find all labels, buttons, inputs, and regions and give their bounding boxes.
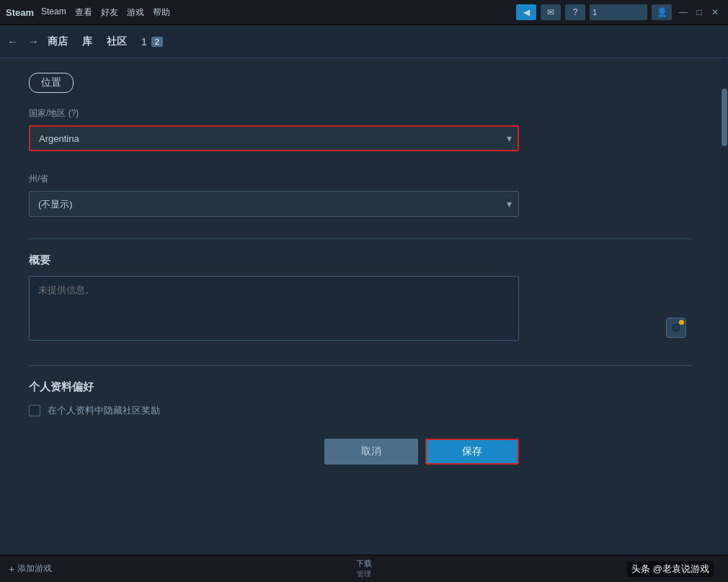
state-select-wrapper: (不显示) ▾ [29,191,519,217]
scrollbar-thumb[interactable] [722,89,727,146]
minimize-button[interactable]: — [676,5,691,19]
scrollbar[interactable] [721,58,728,555]
nav-community[interactable]: 社区 [107,35,127,48]
nav-username[interactable]: 1 2 [141,36,163,48]
add-game-label: 添加游戏 [17,563,52,575]
plus-icon: + [9,563,14,575]
state-select[interactable]: (不显示) [29,191,519,217]
nav-bar: ← → 商店 库 社区 1 2 [0,25,728,58]
prefs-title: 个人资料偏好 [29,380,692,394]
state-label: 州/省 [29,173,692,185]
help-button[interactable]: ? [565,4,585,20]
state-form-section: 州/省 (不显示) ▾ [29,173,692,217]
menu-games[interactable]: 游戏 [127,6,144,19]
location-section-header: 位置 [29,73,692,93]
nav-store[interactable]: 商店 [48,35,68,48]
bottom-right: 头条 @老袁说游戏 [627,555,714,582]
download-sub: 管理 [356,569,372,579]
username-badge: 2 [151,37,163,47]
emoji-button[interactable]: ☺ [666,318,686,338]
email-button[interactable]: ✉ [541,4,561,20]
summary-textarea[interactable] [29,276,519,341]
username-input[interactable] [590,4,647,20]
country-label: 国家/地区 (?) [29,107,692,120]
menu-view[interactable]: 查看 [75,6,92,19]
save-button[interactable]: 保存 [425,439,519,465]
menu-friends[interactable]: 好友 [101,6,118,19]
download-label: 下载 [356,558,372,569]
menu-help[interactable]: 帮助 [153,6,170,19]
hide-rewards-row: 在个人资料中隐藏社区奖励 [29,404,692,417]
forward-button[interactable]: → [27,35,39,48]
title-bar: Steam Steam 查看 好友 游戏 帮助 ◀ ✉ ? 👤 — □ ✕ [0,0,728,25]
watermark-text: 头条 @老袁说游戏 [627,561,714,577]
hide-rewards-checkbox[interactable] [29,405,40,416]
title-bar-left: Steam Steam 查看 好友 游戏 帮助 [6,6,170,19]
summary-title: 概要 [29,254,692,267]
divider-1 [29,238,692,239]
close-button[interactable]: ✕ [708,5,722,19]
country-select-wrapper: Argentina China United States ▾ [29,125,519,151]
location-title[interactable]: 位置 [29,73,74,93]
stream-button[interactable]: ◀ [516,4,536,20]
action-buttons: 取消 保存 [29,439,519,465]
nav-library[interactable]: 库 [82,35,92,48]
username-prefix: 1 [141,36,147,48]
title-menu: Steam 查看 好友 游戏 帮助 [41,6,170,19]
window-controls: — □ ✕ [676,5,722,19]
main-content: 位置 国家/地区 (?) Argentina China United Stat… [0,58,728,555]
download-manager[interactable]: 下载 管理 [356,558,372,579]
country-select[interactable]: Argentina China United States [29,125,519,151]
title-bar-right: ◀ ✉ ? 👤 — □ ✕ [516,4,722,20]
nav-links: 商店 库 社区 1 2 [48,35,163,48]
bottom-bar: + 添加游戏 下载 管理 头条 @老袁说游戏 [0,555,728,582]
content-area: 位置 国家/地区 (?) Argentina China United Stat… [0,58,721,555]
hide-rewards-label: 在个人资料中隐藏社区奖励 [48,404,160,417]
menu-steam[interactable]: Steam [41,6,66,19]
summary-area: ☺ [29,276,692,344]
add-game-button[interactable]: + 添加游戏 [9,563,52,575]
country-form-section: 国家/地区 (?) Argentina China United States … [29,107,692,151]
prefs-section: 个人资料偏好 在个人资料中隐藏社区奖励 [29,380,692,417]
back-button[interactable]: ← [7,35,19,48]
emoji-notification-dot [679,320,684,325]
divider-2 [29,365,692,366]
cancel-button[interactable]: 取消 [324,439,418,465]
maximize-button[interactable]: □ [692,5,706,19]
steam-logo: Steam [6,7,34,18]
summary-section: 概要 ☺ [29,254,692,344]
portrait-button[interactable]: 👤 [652,4,672,20]
